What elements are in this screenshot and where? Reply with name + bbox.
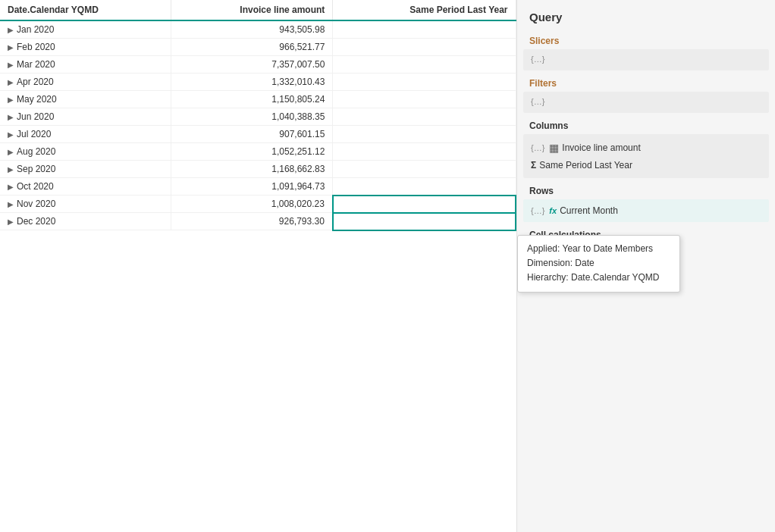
table-row: ▶Jul 2020907,601.15 xyxy=(0,126,516,143)
cell-date: ▶Jun 2020 xyxy=(0,108,171,126)
col-date: Date.Calendar YQMD xyxy=(0,0,171,20)
table-row: ▶Sep 20201,168,662.83 xyxy=(0,161,516,178)
expand-icon[interactable]: ▶ xyxy=(8,165,14,174)
cell-date: ▶Aug 2020 xyxy=(0,143,171,161)
tooltip-line1: Applied: Year to Date Members xyxy=(527,242,670,256)
expand-icon[interactable]: ▶ xyxy=(8,130,14,139)
table-row: ▶Mar 20207,357,007.50 xyxy=(0,56,516,74)
cell-same-period xyxy=(333,74,516,91)
col-invoice: Invoice line amount xyxy=(171,0,333,20)
expand-icon[interactable]: ▶ xyxy=(8,26,14,34)
columns-section: Columns {…} ▦ Invoice line amount Σ Same… xyxy=(517,116,775,180)
cell-invoice: 1,052,251.12 xyxy=(171,143,333,161)
cell-same-period xyxy=(333,161,516,178)
cell-date: ▶Apr 2020 xyxy=(0,74,171,91)
table-row: ▶Jan 2020943,505.98 xyxy=(0,20,516,39)
invoice-label: Invoice line amount xyxy=(562,142,640,153)
filters-placeholder: {…} xyxy=(531,97,544,106)
columns-header: Columns xyxy=(517,116,775,133)
table-row: ▶Apr 20201,332,010.43 xyxy=(0,74,516,91)
cell-invoice: 1,150,805.24 xyxy=(171,91,333,108)
cell-date: ▶Nov 2020 xyxy=(0,196,171,213)
table-row: ▶Jun 20201,040,388.35 xyxy=(0,108,516,126)
sigma-icon: Σ xyxy=(531,160,536,171)
slicers-section: Slicers {…} xyxy=(517,31,775,72)
table-row: ▶Oct 20201,091,964.73 xyxy=(0,178,516,196)
cell-date: ▶Jul 2020 xyxy=(0,126,171,143)
expand-icon[interactable]: ▶ xyxy=(8,78,14,86)
table-icon: ▦ xyxy=(549,142,559,154)
table-row: ▶Aug 20201,052,251.12 xyxy=(0,143,516,161)
cell-same-period xyxy=(333,196,516,213)
expand-icon[interactable]: ▶ xyxy=(8,148,14,156)
cell-invoice: 907,601.15 xyxy=(171,126,333,143)
columns-body[interactable]: {…} ▦ Invoice line amount Σ Same Period … xyxy=(523,134,769,178)
cell-invoice: 7,357,007.50 xyxy=(171,56,333,74)
tooltip-line3: Hierarchy: Date.Calendar YQMD xyxy=(527,271,670,285)
same-period-label: Same Period Last Year xyxy=(539,160,632,171)
cell-invoice: 1,091,964.73 xyxy=(171,178,333,196)
data-table: Date.Calendar YQMD Invoice line amount S… xyxy=(0,0,516,231)
expand-icon[interactable]: ▶ xyxy=(8,183,14,191)
cell-date: ▶Jan 2020 xyxy=(0,20,171,39)
filters-header: Filters xyxy=(517,74,775,90)
current-month-label: Current Month xyxy=(560,205,618,216)
slicers-body[interactable]: {…} xyxy=(523,49,769,70)
cell-invoice: 1,008,020.23 xyxy=(171,196,333,213)
cell-invoice: 926,793.30 xyxy=(171,213,333,230)
cell-invoice: 1,040,388.35 xyxy=(171,108,333,126)
cell-date: ▶Feb 2020 xyxy=(0,39,171,56)
slicers-header: Slicers xyxy=(517,31,775,48)
query-title: Query xyxy=(517,0,775,31)
cell-invoice: 943,505.98 xyxy=(171,20,333,39)
table-header-row: Date.Calendar YQMD Invoice line amount S… xyxy=(0,0,516,20)
table-panel: Date.Calendar YQMD Invoice line amount S… xyxy=(0,0,517,532)
cell-same-period xyxy=(333,108,516,126)
brace-icon-invoice: {…} xyxy=(531,143,544,152)
rows-header: Rows xyxy=(517,181,775,198)
expand-icon[interactable]: ▶ xyxy=(8,43,14,52)
cell-same-period xyxy=(333,213,516,230)
query-panel: Query Slicers {…} Filters {…} Columns {…… xyxy=(517,0,775,532)
cell-date: ▶Oct 2020 xyxy=(0,178,171,196)
cell-invoice: 1,168,662.83 xyxy=(171,161,333,178)
table-row: ▶May 20201,150,805.24 xyxy=(0,91,516,108)
expand-icon[interactable]: ▶ xyxy=(8,217,14,226)
cell-same-period xyxy=(333,91,516,108)
cell-same-period xyxy=(333,178,516,196)
rows-item-current-month[interactable]: {…} fx Current Month xyxy=(531,202,761,219)
slicers-placeholder: {…} xyxy=(531,55,544,64)
cell-same-period xyxy=(333,20,516,39)
columns-item-same-period[interactable]: Σ Same Period Last Year xyxy=(531,157,761,174)
columns-item-invoice[interactable]: {…} ▦ Invoice line amount xyxy=(531,139,761,157)
cell-invoice: 966,521.77 xyxy=(171,39,333,56)
cell-date: ▶Dec 2020 xyxy=(0,213,171,230)
cell-same-period xyxy=(333,39,516,56)
cell-date: ▶Sep 2020 xyxy=(0,161,171,178)
table-row: ▶Dec 2020926,793.30 xyxy=(0,213,516,230)
col-same-period: Same Period Last Year xyxy=(333,0,516,20)
brace-icon-rows: {…} xyxy=(531,206,544,215)
cell-same-period xyxy=(333,143,516,161)
table-row: ▶Feb 2020966,521.77 xyxy=(0,39,516,56)
cell-same-period xyxy=(333,56,516,74)
expand-icon[interactable]: ▶ xyxy=(8,95,14,104)
rows-body[interactable]: {…} fx Current Month xyxy=(523,199,769,222)
cell-date: ▶May 2020 xyxy=(0,91,171,108)
cell-invoice: 1,332,010.43 xyxy=(171,74,333,91)
tooltip-line2: Dimension: Date xyxy=(527,256,670,271)
tooltip-popup: Applied: Year to Date Members Dimension:… xyxy=(517,235,680,293)
expand-icon[interactable]: ▶ xyxy=(8,61,14,69)
cell-date: ▶Mar 2020 xyxy=(0,56,171,74)
cell-same-period xyxy=(333,126,516,143)
table-row: ▶Nov 20201,008,020.23 xyxy=(0,196,516,213)
rows-section: Rows {…} fx Current Month xyxy=(517,181,775,224)
expand-icon[interactable]: ▶ xyxy=(8,113,14,121)
expand-icon[interactable]: ▶ xyxy=(8,200,14,208)
filters-section: Filters {…} xyxy=(517,74,775,114)
fx-icon: fx xyxy=(549,206,557,215)
filters-body[interactable]: {…} xyxy=(523,92,769,113)
